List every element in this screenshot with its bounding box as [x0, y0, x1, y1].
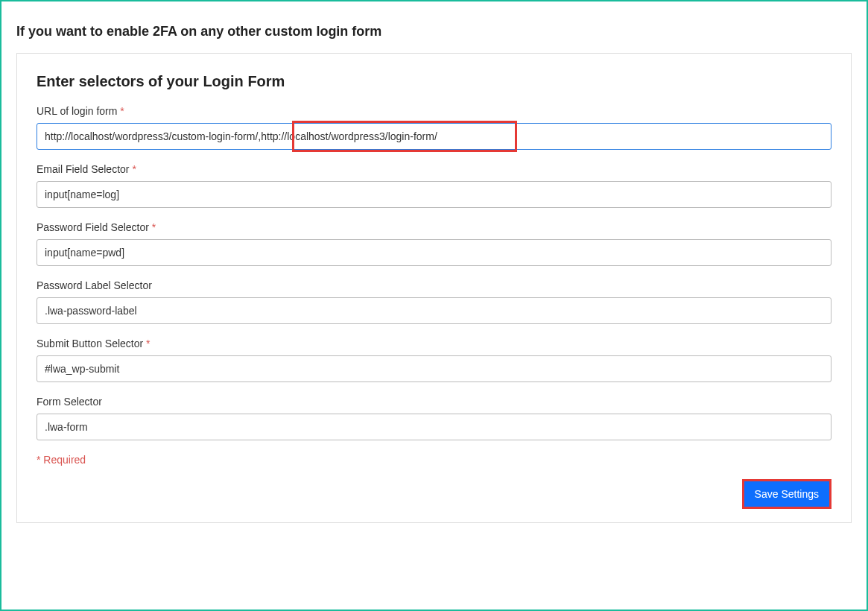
required-indicator: *	[130, 163, 136, 175]
password-label-selector-label-text: Password Label Selector	[37, 279, 152, 291]
password-selector-input[interactable]	[37, 239, 831, 266]
submit-selector-field-group: Submit Button Selector *	[37, 338, 831, 382]
form-selector-label: Form Selector	[37, 396, 831, 408]
login-form-selectors-panel: Enter selectors of your Login Form URL o…	[16, 53, 852, 523]
form-selector-input[interactable]	[37, 414, 831, 440]
required-indicator: *	[117, 105, 124, 117]
email-selector-field-group: Email Field Selector *	[37, 163, 831, 208]
required-indicator: *	[149, 221, 156, 233]
form-selector-label-text: Form Selector	[37, 396, 102, 408]
save-settings-button[interactable]: Save Settings	[744, 481, 829, 507]
required-indicator: *	[143, 338, 150, 349]
required-note: * Required	[37, 454, 831, 466]
url-label-text: URL of login form	[37, 105, 117, 117]
email-selector-label: Email Field Selector *	[37, 163, 831, 175]
url-field-label: URL of login form *	[37, 105, 831, 117]
form-heading: Enter selectors of your Login Form	[37, 73, 831, 90]
form-selector-field-group: Form Selector	[37, 396, 831, 440]
submit-selector-input[interactable]	[37, 355, 831, 382]
password-selector-field-group: Password Field Selector *	[37, 221, 831, 266]
url-field-group: URL of login form *	[37, 105, 831, 150]
url-input[interactable]	[37, 123, 831, 150]
password-label-selector-label: Password Label Selector	[37, 279, 831, 291]
password-selector-label: Password Field Selector *	[37, 221, 831, 233]
password-label-selector-input[interactable]	[37, 297, 831, 324]
submit-selector-label: Submit Button Selector *	[37, 338, 831, 349]
password-label-selector-field-group: Password Label Selector	[37, 279, 831, 324]
password-selector-label-text: Password Field Selector	[37, 221, 149, 233]
submit-selector-label-text: Submit Button Selector	[37, 338, 143, 349]
email-selector-input[interactable]	[37, 181, 831, 208]
button-row: Save Settings	[37, 479, 831, 509]
save-button-highlight: Save Settings	[742, 479, 831, 509]
section-title: If you want to enable 2FA on any other c…	[16, 24, 852, 39]
email-selector-label-text: Email Field Selector	[37, 163, 130, 175]
